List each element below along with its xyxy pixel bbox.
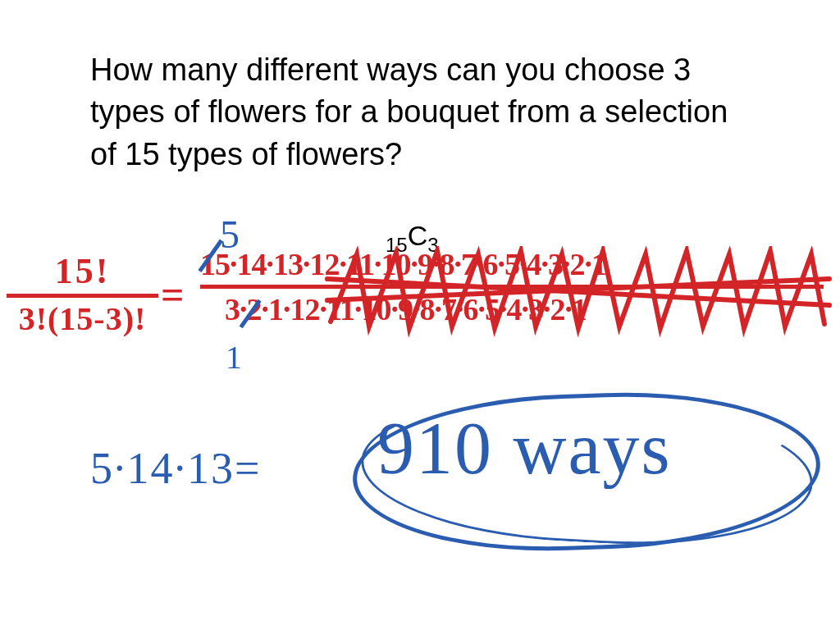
formula-numerator: 15! (7, 250, 158, 292)
simplify-bottom-note: 1 (226, 338, 242, 377)
formula-fraction: 15! 3!(15-3)! (7, 250, 158, 338)
question-text: How many different ways can you choose 3… (90, 49, 755, 176)
expanded-denominator: 3·2·1·12·11·10·9·8·7·6·5·4·3·2·1 (200, 291, 824, 327)
expanded-numerator: 15·14·13·12·11·10·9·8·7·6·5·4·3·2·1 (200, 246, 824, 282)
whiteboard-page: How many different ways can you choose 3… (0, 0, 840, 630)
fraction-bar-long (200, 285, 824, 289)
final-calculation: 5·14·13= (90, 443, 261, 494)
expanded-fraction: 15·14·13·12·11·10·9·8·7·6·5·4·3·2·1 3·2·… (200, 246, 824, 327)
fraction-bar (7, 294, 158, 298)
equals-sign: = (161, 271, 185, 318)
formula-denominator: 3!(15-3)! (7, 299, 158, 338)
